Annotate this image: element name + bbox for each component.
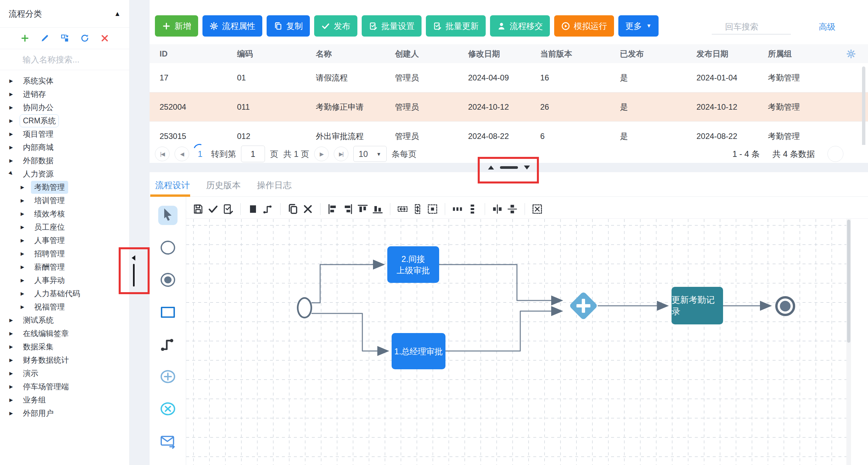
tree-item-项目管理[interactable]: ▶项目管理 [0, 127, 129, 141]
tree-collapsed-icon[interactable]: ▶ [9, 410, 14, 416]
column-header-已发布[interactable]: 已发布 [620, 49, 696, 59]
last-page-button[interactable]: ▶| [334, 147, 348, 161]
canvas-scrollbar-thumb[interactable] [847, 220, 850, 343]
first-page-button[interactable]: |◀ [155, 147, 169, 161]
tree-item-演示[interactable]: ▶演示 [0, 367, 129, 380]
column-header-修改日期[interactable]: 修改日期 [468, 49, 540, 59]
tree-expanded-icon[interactable]: ▶ [8, 170, 16, 178]
column-settings-gear-icon[interactable] [846, 49, 856, 59]
tab-操作日志[interactable]: 操作日志 [257, 178, 291, 191]
designer-distribute-h-icon[interactable] [452, 203, 463, 215]
发布-button[interactable]: 发布 [314, 15, 358, 37]
task-node-gm-approval[interactable]: 1.总经理审批 [392, 333, 445, 369]
tree-item-系统实体[interactable]: ▶系统实体 [0, 74, 129, 87]
tree-item-数据采集[interactable]: ▶数据采集 [0, 340, 129, 353]
designer-align-left-icon[interactable] [327, 203, 339, 215]
designer-match-width-icon[interactable] [397, 203, 409, 215]
process-search-input[interactable] [724, 22, 789, 32]
splitter-expand-up-icon[interactable] [488, 165, 494, 169]
复制-button[interactable]: 复制 [267, 15, 310, 37]
tree-item-人事管理[interactable]: ▶人事管理 [0, 234, 129, 247]
category-refresh-button[interactable] [80, 34, 89, 43]
tree-collapsed-icon[interactable]: ▶ [9, 357, 14, 363]
tree-item-业务组[interactable]: ▶业务组 [0, 393, 129, 406]
tree-item-培训管理[interactable]: ▶培训管理 [0, 194, 129, 207]
column-header-所属组[interactable]: 所属组 [768, 49, 846, 59]
category-add-button[interactable] [20, 34, 30, 43]
prev-page-button[interactable]: ◀ [175, 147, 189, 161]
tree-item-CRM系统[interactable]: ▶CRM系统 [0, 114, 129, 127]
tree-collapsed-icon[interactable]: ▶ [9, 118, 14, 123]
tree-collapsed-icon[interactable]: ▶ [9, 344, 14, 349]
splitter-expand-down-icon[interactable] [524, 165, 530, 169]
tree-item-考勤管理[interactable]: ▶考勤管理 [0, 181, 129, 194]
designer-delete-icon[interactable] [302, 203, 314, 215]
tree-collapsed-icon[interactable]: ▶ [21, 211, 26, 216]
category-search-input[interactable] [22, 55, 116, 65]
tree-collapsed-icon[interactable]: ▶ [9, 78, 14, 84]
tree-item-人力资源[interactable]: ▶人力资源 [0, 167, 129, 181]
tree-collapsed-icon[interactable]: ▶ [9, 371, 14, 376]
tree-collapsed-icon[interactable]: ▶ [9, 331, 14, 336]
tree-collapsed-icon[interactable]: ▶ [9, 384, 14, 389]
column-header-名称[interactable]: 名称 [316, 49, 395, 59]
column-header-编码[interactable]: 编码 [237, 49, 316, 59]
splitter-drag-handle[interactable] [500, 166, 518, 169]
tree-collapsed-icon[interactable]: ▶ [21, 291, 26, 296]
table-row-17[interactable]: 1701请假流程管理员2024-04-0916是2024-01-04考勤管理 [150, 63, 868, 92]
tree-item-财务数据统计[interactable]: ▶财务数据统计 [0, 353, 129, 367]
批量更新-button[interactable]: 批量更新 [426, 15, 486, 37]
tree-collapsed-icon[interactable]: ▶ [21, 251, 26, 256]
palette-task-node-tool[interactable] [158, 303, 178, 322]
tree-item-绩效考核[interactable]: ▶绩效考核 [0, 207, 129, 220]
designer-distribute-v-icon[interactable] [466, 203, 478, 215]
更多-button[interactable]: 更多▼ [618, 15, 658, 37]
designer-align-top-icon[interactable] [357, 203, 369, 215]
palette-connector-tool[interactable] [158, 335, 178, 354]
designer-align-bottom-icon[interactable] [372, 203, 384, 215]
tree-collapsed-icon[interactable]: ▶ [21, 238, 26, 243]
sidebar-collapse-left-icon[interactable] [132, 255, 135, 260]
refresh-button[interactable] [828, 146, 843, 162]
column-header-创建人[interactable]: 创建人 [395, 49, 468, 59]
designer-align-right-icon[interactable] [342, 203, 354, 215]
tree-item-测试系统[interactable]: ▶测试系统 [0, 313, 129, 327]
sidebar-collapse-triangle-up-icon[interactable]: ▲ [114, 10, 121, 18]
tree-collapsed-icon[interactable]: ▶ [21, 304, 26, 309]
palette-message-tool[interactable] [158, 431, 178, 451]
column-header-ID[interactable]: ID [160, 49, 237, 59]
designer-fit-canvas-icon[interactable] [531, 203, 543, 215]
流程移交-button[interactable]: 流程移交 [490, 15, 550, 37]
designer-match-size-icon[interactable] [427, 203, 438, 215]
tree-collapsed-icon[interactable]: ▶ [21, 278, 26, 283]
tree-item-薪酬管理[interactable]: ▶薪酬管理 [0, 260, 129, 274]
tree-item-外部数据[interactable]: ▶外部数据 [0, 154, 129, 167]
goto-page-input[interactable] [241, 146, 265, 162]
tree-collapsed-icon[interactable]: ▶ [9, 131, 14, 136]
start-event-node[interactable] [297, 297, 312, 318]
designer-batch-check-icon[interactable] [222, 203, 234, 215]
流程属性-button[interactable]: 流程属性 [203, 15, 262, 37]
tree-collapsed-icon[interactable]: ▶ [9, 158, 14, 163]
tree-collapsed-icon[interactable]: ▶ [9, 91, 14, 97]
category-delete-button[interactable] [100, 34, 110, 43]
designer-copy-icon[interactable] [287, 203, 299, 215]
tree-collapsed-icon[interactable]: ▶ [21, 224, 26, 230]
palette-cancel-event-tool[interactable] [158, 399, 178, 418]
tree-collapsed-icon[interactable]: ▶ [9, 105, 14, 110]
tree-item-招聘管理[interactable]: ▶招聘管理 [0, 247, 129, 260]
next-page-button[interactable]: ▶ [314, 147, 329, 161]
tree-collapsed-icon[interactable]: ▶ [21, 184, 26, 190]
批量设置-button[interactable]: 批量设置 [362, 15, 422, 37]
tree-collapsed-icon[interactable]: ▶ [21, 264, 26, 270]
tree-item-进销存[interactable]: ▶进销存 [0, 87, 129, 101]
tree-item-停车场管理端[interactable]: ▶停车场管理端 [0, 380, 129, 393]
模拟运行-button[interactable]: 模拟运行 [554, 15, 614, 37]
designer-match-height-icon[interactable] [411, 203, 424, 215]
table-row-253015[interactable]: 253015012外出审批流程管理员2024-08-226是2024-08-22… [150, 122, 868, 145]
tree-collapsed-icon[interactable]: ▶ [9, 145, 14, 150]
table-scrollbar[interactable] [862, 66, 865, 150]
category-edit-button[interactable] [40, 34, 50, 43]
tree-item-祝福管理[interactable]: ▶祝福管理 [0, 300, 129, 313]
service-task-node-update-attendance[interactable]: 更新考勤记录 [672, 287, 723, 324]
